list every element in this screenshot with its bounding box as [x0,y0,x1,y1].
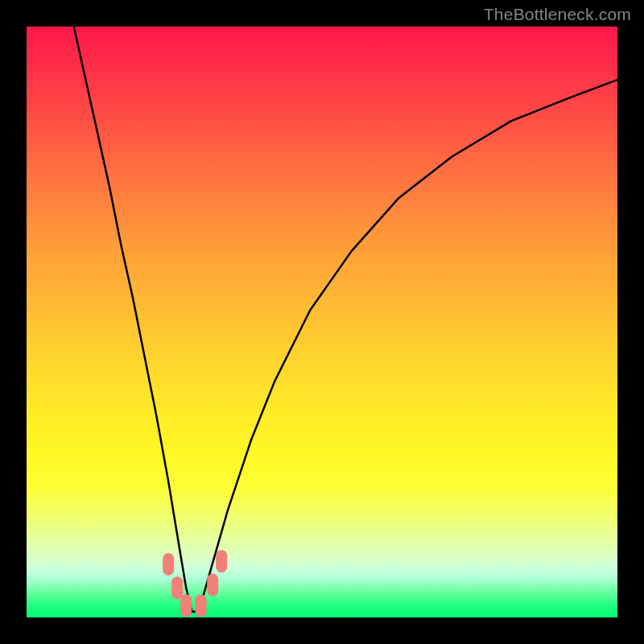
chart-frame: TheBottleneck.com [0,0,644,644]
plot-area [27,27,617,617]
heat-gradient-background [27,27,617,617]
watermark-text: TheBottleneck.com [484,5,631,24]
